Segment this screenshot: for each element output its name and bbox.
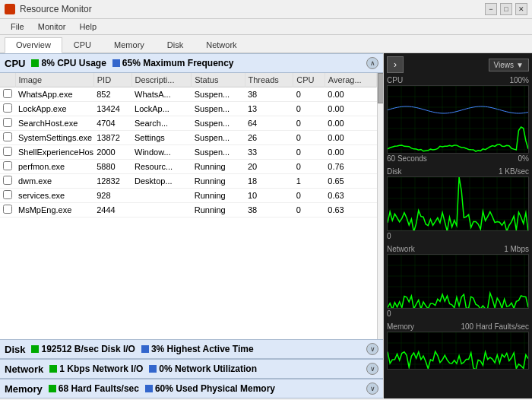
network-chart (387, 254, 529, 309)
table-row[interactable]: perfmon.exe5880Resourc...Running2000.76 (0, 160, 377, 174)
network-stat2-dot (149, 365, 157, 373)
tab-cpu[interactable]: CPU (62, 37, 103, 52)
table-cell: MsMpEng.exe (15, 203, 93, 217)
close-button[interactable]: ✕ (515, 3, 527, 15)
disk-stat2-text: 3% Highest Active Time (151, 344, 254, 354)
main-area: CPU 8% CPU Usage 65% Maximum Frequency ∧ (0, 53, 532, 398)
cpu-chart-label: CPU (387, 76, 403, 84)
tab-memory[interactable]: Memory (103, 37, 156, 52)
scrollbar-thumb[interactable] (378, 73, 383, 103)
table-cell: SystemSettings.exe (15, 131, 93, 145)
row-checkbox[interactable] (3, 176, 12, 185)
row-checkbox[interactable] (3, 190, 12, 199)
table-row[interactable]: WhatsApp.exe852WhatsA...Suspen...3800.00 (0, 87, 377, 102)
col-status[interactable]: Status (192, 73, 245, 87)
table-row[interactable]: services.exe928Running1000.63 (0, 189, 377, 203)
network-section-header[interactable]: Network 1 Kbps Network I/O 0% Network Ut… (0, 359, 383, 379)
table-row[interactable]: MsMpEng.exe2444Running3800.63 (0, 203, 377, 217)
cpu-stat2-text: 65% Maximum Frequency (122, 58, 234, 68)
network-stat2-text: 0% Network Utilization (159, 363, 257, 374)
cpu-chart-max: 100% (509, 76, 529, 84)
table-row[interactable]: dwm.exe12832Desktop...Running1810.65 (0, 174, 377, 189)
network-collapse-button[interactable]: ∨ (366, 363, 378, 375)
row-checkbox[interactable] (3, 103, 12, 113)
table-cell: ShellExperienceHost.exe (15, 145, 93, 160)
network-chart-section: Network 1 Mbps 0 (387, 245, 529, 318)
disk-collapse-button[interactable]: ∨ (366, 343, 378, 355)
cpu-stat1-dot (31, 59, 39, 67)
table-cell: Desktop... (131, 174, 192, 189)
table-cell: 2000 (93, 145, 131, 160)
cpu-table: Image PID Descripti... Status Threads CP… (0, 73, 377, 339)
table-cell: services.exe (15, 189, 93, 203)
right-panel-header: › Views ▼ (387, 56, 529, 73)
table-cell (131, 203, 192, 217)
minimize-button[interactable]: − (485, 3, 497, 15)
col-image[interactable]: Image (15, 73, 93, 87)
cpu-stat2-dot (112, 59, 120, 67)
col-pid[interactable]: PID (93, 73, 131, 87)
table-cell: 0 (293, 116, 325, 131)
table-cell: Window... (131, 145, 192, 160)
table-cell: WhatsA... (131, 87, 192, 102)
app-title: Resource Monitor (20, 4, 92, 14)
table-cell: Suspen... (192, 145, 245, 160)
table-row[interactable]: ShellExperienceHost.exe2000Window...Susp… (0, 145, 377, 160)
table-cell: dwm.exe (15, 174, 93, 189)
menu-monitor[interactable]: Monitor (32, 21, 72, 33)
table-cell: 2444 (93, 203, 131, 217)
disk-section-header[interactable]: Disk 192512 B/sec Disk I/O 3% Highest Ac… (0, 339, 383, 359)
col-description[interactable]: Descripti... (131, 73, 192, 87)
menu-help[interactable]: Help (73, 21, 103, 33)
table-cell: 0.00 (325, 131, 376, 145)
table-cell: 13 (245, 102, 293, 116)
row-checkbox[interactable] (3, 147, 12, 156)
cpu-section-header[interactable]: CPU 8% CPU Usage 65% Maximum Frequency ∧ (0, 53, 383, 73)
table-cell: Suspen... (192, 87, 245, 102)
table-cell: 5880 (93, 160, 131, 174)
memory-stat2-text: 60% Used Physical Memory (155, 383, 275, 394)
memory-stat1-dot (49, 385, 56, 392)
cpu-collapse-button[interactable]: ∧ (366, 57, 378, 69)
table-row[interactable]: SystemSettings.exe13872SettingsSuspen...… (0, 131, 377, 145)
right-panel-nav-button[interactable]: › (387, 56, 404, 73)
cpu-section-label: CPU (5, 58, 25, 69)
table-cell: 0 (293, 131, 325, 145)
tab-disk[interactable]: Disk (156, 37, 195, 52)
table-row[interactable]: SearchHost.exe4704Search...Suspen...6400… (0, 116, 377, 131)
network-chart-label: Network (387, 245, 415, 253)
table-cell: 13872 (93, 131, 131, 145)
memory-collapse-button[interactable]: ∨ (366, 383, 378, 395)
menu-bar: File Monitor Help (0, 19, 532, 35)
table-cell: SearchHost.exe (15, 116, 93, 131)
table-cell: 928 (93, 189, 131, 203)
row-checkbox[interactable] (3, 205, 12, 214)
table-cell: 0 (293, 203, 325, 217)
row-checkbox[interactable] (3, 132, 12, 141)
maximize-button[interactable]: □ (500, 3, 512, 15)
table-scrollbar[interactable] (377, 73, 383, 339)
col-average[interactable]: Averag... (325, 73, 376, 87)
memory-section-header[interactable]: Memory 68 Hard Faults/sec 60% Used Physi… (0, 379, 383, 398)
row-checkbox[interactable] (3, 118, 12, 127)
memory-section-label: Memory (5, 383, 43, 395)
app-icon (5, 4, 15, 14)
row-checkbox[interactable] (3, 161, 12, 170)
col-threads[interactable]: Threads (245, 73, 293, 87)
table-cell: Search... (131, 116, 192, 131)
tab-overview[interactable]: Overview (5, 37, 62, 53)
table-row[interactable]: LockApp.exe13424LockAp...Suspen...1300.0… (0, 102, 377, 116)
row-checkbox[interactable] (3, 89, 12, 98)
menu-file[interactable]: File (5, 21, 30, 33)
tab-network[interactable]: Network (195, 37, 248, 52)
table-cell: 0 (293, 102, 325, 116)
table-cell: 0 (293, 189, 325, 203)
views-button[interactable]: Views ▼ (489, 59, 529, 71)
memory-chart (387, 332, 529, 370)
table-cell: 18 (245, 174, 293, 189)
table-cell: LockApp.exe (15, 102, 93, 116)
table-cell: Suspen... (192, 102, 245, 116)
col-cpu[interactable]: CPU (293, 73, 325, 87)
memory-stat1-text: 68 Hard Faults/sec (59, 383, 139, 394)
disk-stat1-text: 192512 B/sec Disk I/O (41, 344, 135, 354)
